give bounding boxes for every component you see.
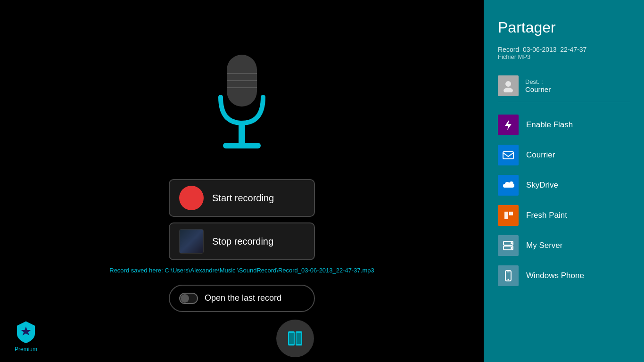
svg-rect-24 [507, 272, 510, 272]
dest-avatar [498, 75, 519, 96]
toggle-icon [179, 293, 198, 304]
my-server-label: My Server [526, 241, 562, 250]
svg-rect-5 [223, 143, 261, 148]
skydrive-icon [498, 175, 519, 196]
dest-info: Dest. : Courrier [525, 78, 551, 93]
my-server-icon [498, 235, 519, 256]
sidebar-item-my-server[interactable]: My Server [498, 230, 630, 261]
svg-point-11 [505, 81, 511, 87]
sidebar-title: Partager [498, 19, 630, 36]
courrier-label: Courrier [526, 150, 555, 160]
dest-value: Courrier [525, 85, 551, 93]
fresh-paint-icon [498, 205, 519, 226]
svg-point-12 [504, 88, 513, 92]
sidebar-item-windows-phone[interactable]: Windows Phone [498, 261, 630, 291]
start-recording-label: Start recording [212, 193, 274, 204]
main-area: Start recording Stop recording Record sa… [0, 0, 484, 362]
svg-rect-4 [239, 123, 245, 144]
stop-recording-label: Stop recording [212, 236, 273, 247]
skydrive-label: SkyDrive [526, 181, 558, 190]
enable-flash-icon [498, 115, 519, 135]
fresh-paint-label: Fresh Paint [526, 211, 567, 220]
open-last-record-label: Open the last record [205, 293, 281, 303]
sidebar-item-fresh-paint[interactable]: Fresh Paint [498, 200, 630, 230]
file-type: Fichier MP3 [498, 53, 630, 60]
open-last-record-button[interactable]: Open the last record [169, 285, 315, 312]
sidebar-panel: Partager Record_03-06-2013_22-47-37 Fich… [484, 0, 644, 362]
courrier-icon [498, 145, 519, 165]
premium-badge: Premium [14, 321, 38, 353]
svg-rect-14 [503, 152, 513, 159]
book-button[interactable] [276, 320, 314, 357]
dest-row[interactable]: Dest. : Courrier [498, 70, 630, 102]
svg-point-21 [511, 247, 512, 249]
svg-marker-13 [505, 120, 512, 130]
premium-label: Premium [15, 346, 37, 353]
svg-rect-17 [509, 212, 513, 215]
windows-phone-label: Windows Phone [526, 271, 584, 280]
file-info: Record_03-06-2013_22-47-37 Fichier MP3 [498, 46, 630, 60]
start-recording-button[interactable]: Start recording [169, 179, 315, 217]
sidebar-item-skydrive[interactable]: SkyDrive [498, 170, 630, 200]
book-icon [286, 329, 305, 348]
svg-point-20 [511, 242, 512, 244]
svg-rect-10 [297, 333, 301, 344]
enable-flash-label: Enable Flash [526, 120, 573, 130]
sidebar-item-courrier[interactable]: Courrier [498, 140, 630, 170]
sidebar-item-enable-flash[interactable]: Enable Flash [498, 110, 630, 140]
svg-rect-16 [504, 212, 508, 219]
dest-label: Dest. : [525, 78, 551, 85]
record-red-dot [179, 186, 204, 210]
premium-icon [14, 321, 38, 344]
svg-point-23 [508, 279, 509, 280]
record-saved-path: Record saved here: C:\Users\Alexandre\Mu… [109, 266, 374, 275]
sidebar-items-list: Enable FlashCourrierSkyDriveFresh PaintM… [498, 110, 630, 291]
stop-recording-button[interactable]: Stop recording [169, 222, 315, 260]
file-name: Record_03-06-2013_22-47-37 [498, 46, 630, 53]
stop-recording-icon [179, 229, 204, 254]
windows-phone-icon [498, 265, 519, 286]
svg-rect-9 [289, 333, 294, 344]
microphone-illustration [195, 50, 289, 165]
